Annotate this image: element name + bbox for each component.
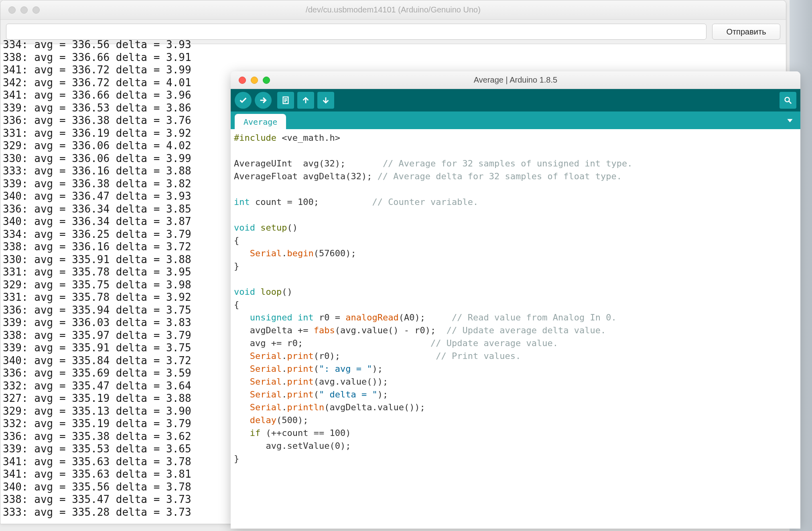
arduino-ide-window: Average | Arduino 1.8.5 Average #include… [231,71,800,529]
tab-average[interactable]: Average [235,114,286,129]
serial-monitor-button[interactable] [780,92,796,109]
svg-line-8 [789,101,792,104]
chevron-down-icon [786,116,794,124]
serial-input[interactable] [6,24,706,40]
save-button[interactable] [317,92,334,109]
arrow-right-icon [259,96,268,105]
ide-window-title: Average | Arduino 1.8.5 [231,75,800,85]
ide-titlebar[interactable]: Average | Arduino 1.8.5 [231,71,800,89]
open-button[interactable] [297,92,314,109]
send-button[interactable]: Отправить [712,24,780,40]
code-editor[interactable]: #include <ve_math.h> AverageUInt avg(32)… [231,129,800,468]
verify-button[interactable] [235,92,252,109]
svg-marker-9 [787,119,792,122]
arrow-down-icon [321,96,330,105]
upload-button[interactable] [255,92,272,109]
svg-point-7 [785,97,790,102]
tab-menu-button[interactable] [784,115,796,126]
ide-traffic-lights [231,77,270,84]
maximize-icon[interactable] [263,77,270,84]
check-icon [239,96,248,105]
serial-traffic-lights [0,6,40,14]
serial-window-title: /dev/cu.usbmodem14101 (Arduino/Genuino U… [0,5,786,14]
file-icon [281,96,290,105]
maximize-icon[interactable] [32,6,40,14]
close-icon[interactable] [8,6,16,14]
new-button[interactable] [277,92,294,109]
minimize-icon[interactable] [20,6,28,14]
magnifier-icon [784,96,792,105]
minimize-icon[interactable] [251,77,258,84]
ide-tabbar: Average [231,111,800,129]
arrow-up-icon [301,96,310,105]
serial-titlebar[interactable]: /dev/cu.usbmodem14101 (Arduino/Genuino U… [0,0,786,20]
ide-toolbar [231,89,800,111]
close-icon[interactable] [239,77,246,84]
